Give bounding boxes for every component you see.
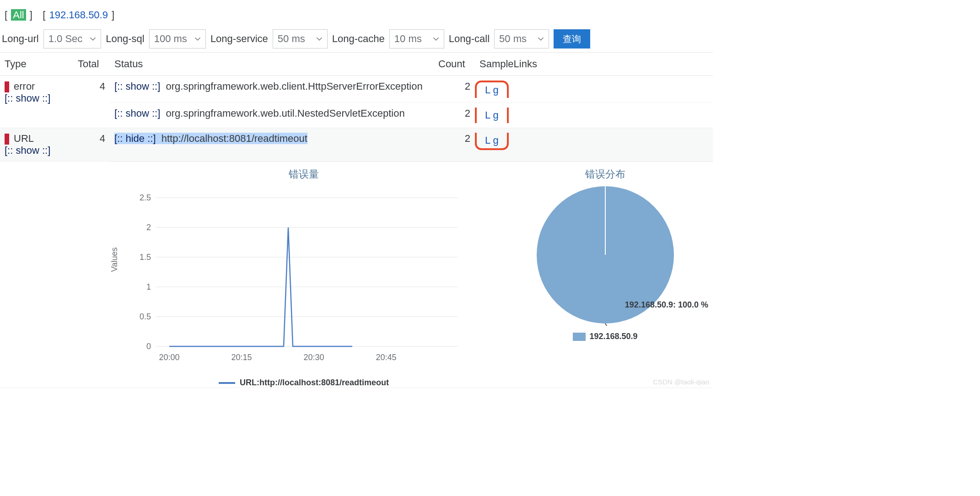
line-chart-title: 错误量 xyxy=(114,167,493,181)
table-row: error [:: show ::] 4 [:: show ::] org.sp… xyxy=(0,76,713,103)
line-legend: URL:http://localhost:8081/readtimeout xyxy=(114,378,493,388)
legend-swatch-icon xyxy=(219,382,235,384)
pie-chart-title: 错误分布 xyxy=(502,167,708,181)
severity-bar-icon xyxy=(5,134,9,145)
long-url-label: Long-url xyxy=(2,33,39,45)
svg-text:2: 2 xyxy=(146,223,151,232)
status-text: org.springframework.web.util.NestedServl… xyxy=(166,108,405,119)
chevron-down-icon xyxy=(90,36,96,42)
y-axis-label: Values xyxy=(110,247,119,272)
legend-swatch-icon xyxy=(573,333,586,341)
breadcrumb-ip[interactable]: 192.168.50.9 xyxy=(49,9,108,21)
type-show-link[interactable]: [:: show ::] xyxy=(5,145,50,156)
svg-text:2.5: 2.5 xyxy=(140,193,151,202)
chevron-down-icon xyxy=(538,36,544,42)
table-row: URL [:: show ::] 4 [:: hide ::] http://l… xyxy=(0,128,713,162)
filter-bar: Long-url 1.0 Sec Long-sql 100 ms Long-se… xyxy=(0,28,713,52)
svg-text:20:00: 20:00 xyxy=(159,353,179,362)
svg-text:0.5: 0.5 xyxy=(140,312,151,321)
status-show-link[interactable]: [:: show ::] xyxy=(114,108,160,119)
chevron-down-icon xyxy=(433,36,439,42)
type-show-link[interactable]: [:: show ::] xyxy=(5,92,50,104)
svg-text:20:30: 20:30 xyxy=(303,353,324,362)
long-sql-select[interactable]: 100 ms xyxy=(149,29,206,49)
long-sql-label: Long-sql xyxy=(106,33,144,45)
breadcrumb-all[interactable]: All xyxy=(11,9,26,21)
sample-g-link[interactable]: g xyxy=(493,109,499,121)
sample-g-link[interactable]: g xyxy=(493,84,499,96)
col-sample: SampleLinks xyxy=(475,53,713,76)
svg-text:20:15: 20:15 xyxy=(231,353,252,362)
chevron-down-icon xyxy=(194,36,201,42)
sample-L-link[interactable]: L xyxy=(485,109,490,121)
count-cell: 2 xyxy=(434,103,475,128)
count-cell: 2 xyxy=(434,76,475,103)
svg-text:1.5: 1.5 xyxy=(140,253,151,262)
query-button[interactable]: 查询 xyxy=(554,29,590,49)
severity-bar-icon xyxy=(5,81,9,92)
long-call-label: Long-call xyxy=(449,33,490,45)
status-hide-link[interactable]: [:: hide ::] xyxy=(114,133,156,144)
type-label: URL xyxy=(14,133,34,144)
long-service-select[interactable]: 50 ms xyxy=(273,29,328,49)
type-label: error xyxy=(14,81,35,92)
chevron-down-icon xyxy=(316,36,323,42)
long-url-select[interactable]: 1.0 Sec xyxy=(43,29,102,49)
svg-text:1: 1 xyxy=(146,282,151,291)
status-show-link[interactable]: [:: show ::] xyxy=(114,81,160,92)
long-service-label: Long-service xyxy=(210,33,268,45)
sample-g-link[interactable]: g xyxy=(493,135,499,146)
watermark: CSDN @taoli-qiao xyxy=(653,378,709,386)
svg-text:0: 0 xyxy=(146,342,151,351)
pie-legend: 192.168.50.9 xyxy=(502,332,708,341)
col-type: Type xyxy=(0,53,73,76)
total-cell: 4 xyxy=(73,128,110,162)
svg-text:20:45: 20:45 xyxy=(376,353,396,362)
sample-L-link[interactable]: L xyxy=(485,84,490,96)
col-total: Total xyxy=(73,53,110,76)
charts-row: 错误量 Values xyxy=(0,162,713,388)
top-bar xyxy=(0,0,713,5)
col-status: Status xyxy=(110,53,434,76)
line-chart: 2.5 2 1.5 1 měně 0.5 0 20 xyxy=(124,184,471,376)
status-text: http://localhost:8081/readtimeout xyxy=(162,133,307,144)
breadcrumb: [ All ] [ 192.168.50.9 ] xyxy=(0,5,713,28)
count-cell: 2 xyxy=(434,128,475,162)
total-cell: 4 xyxy=(73,76,110,128)
status-text: org.springframework.web.client.HttpServe… xyxy=(166,81,423,92)
col-count: Count xyxy=(434,53,475,76)
data-table: Type Total Status Count SampleLinks erro… xyxy=(0,52,713,388)
long-cache-select[interactable]: 10 ms xyxy=(389,29,444,49)
sample-L-link[interactable]: L xyxy=(485,135,490,146)
long-call-select[interactable]: 50 ms xyxy=(494,29,549,49)
long-cache-label: Long-cache xyxy=(332,33,385,45)
